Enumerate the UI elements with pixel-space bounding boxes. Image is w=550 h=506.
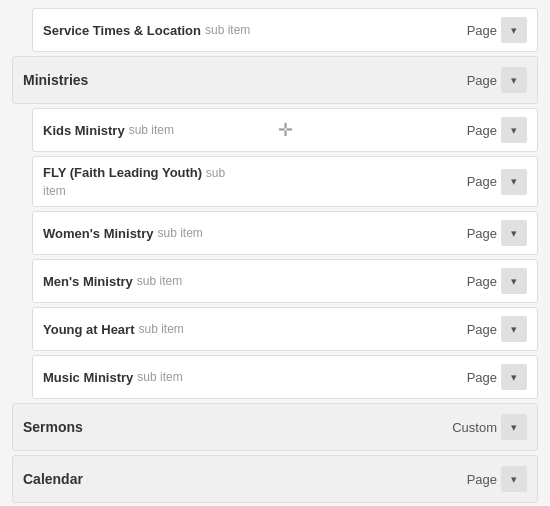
ministries-sub-items: Kids Ministry sub item ✛ Page ▾ FLY (Fai… <box>32 108 538 399</box>
ministries-type: Page <box>467 73 497 88</box>
mens-ministry-type: Page <box>467 274 497 289</box>
womens-ministry-title: Women's Ministry sub item <box>43 226 467 241</box>
womens-ministry-type: Page <box>467 226 497 241</box>
young-at-heart-title: Young at Heart sub item <box>43 322 467 337</box>
kids-ministry-dropdown[interactable]: ▾ <box>501 117 527 143</box>
young-at-heart-dropdown[interactable]: ▾ <box>501 316 527 342</box>
chevron-down-icon: ▾ <box>511 421 517 434</box>
mens-ministry-sub: sub item <box>137 274 182 288</box>
kids-ministry-title: Kids Ministry sub item <box>43 123 467 138</box>
chevron-down-icon: ▾ <box>511 24 517 37</box>
chevron-down-icon: ▾ <box>511 124 517 137</box>
menu-item-service-times: Service Times & Location sub item Page ▾ <box>32 8 538 52</box>
young-at-heart-sub: sub item <box>139 322 184 336</box>
chevron-down-icon: ▾ <box>511 175 517 188</box>
music-ministry-sub: sub item <box>137 370 182 384</box>
menu-item-music-ministry: Music Ministry sub item Page ▾ <box>32 355 538 399</box>
menu-item-kids-ministry: Kids Ministry sub item ✛ Page ▾ <box>32 108 538 152</box>
calendar-type: Page <box>467 472 497 487</box>
calendar-dropdown[interactable]: ▾ <box>501 466 527 492</box>
menu-item-mens-ministry: Men's Ministry sub item Page ▾ <box>32 259 538 303</box>
service-times-sub: sub item <box>205 23 250 37</box>
fly-label: FLY (Faith Leading Youth) sub <box>43 165 225 180</box>
womens-ministry-label: Women's Ministry <box>43 226 153 241</box>
young-at-heart-label: Young at Heart <box>43 322 135 337</box>
menu-item-young-at-heart: Young at Heart sub item Page ▾ <box>32 307 538 351</box>
chevron-down-icon: ▾ <box>511 371 517 384</box>
kids-ministry-label: Kids Ministry <box>43 123 125 138</box>
fly-dropdown[interactable]: ▾ <box>501 169 527 195</box>
menu-list: Service Times & Location sub item Page ▾… <box>0 0 550 506</box>
sermons-dropdown[interactable]: ▾ <box>501 414 527 440</box>
chevron-down-icon: ▾ <box>511 473 517 486</box>
menu-item-womens-ministry: Women's Ministry sub item Page ▾ <box>32 211 538 255</box>
mens-ministry-title: Men's Ministry sub item <box>43 274 467 289</box>
womens-ministry-sub: sub item <box>157 226 202 240</box>
music-ministry-dropdown[interactable]: ▾ <box>501 364 527 390</box>
chevron-down-icon: ▾ <box>511 323 517 336</box>
music-ministry-type: Page <box>467 370 497 385</box>
ministries-dropdown[interactable]: ▾ <box>501 67 527 93</box>
section-sermons: Sermons Custom ▾ <box>12 403 538 451</box>
kids-ministry-sub: sub item <box>129 123 174 137</box>
mens-ministry-label: Men's Ministry <box>43 274 133 289</box>
service-times-title: Service Times & Location sub item <box>43 23 467 38</box>
menu-item-fly: FLY (Faith Leading Youth) sub item Page … <box>32 156 538 207</box>
ministries-title: Ministries <box>23 72 467 88</box>
service-times-type: Page <box>467 23 497 38</box>
fly-sub: sub <box>206 166 225 180</box>
fly-title: FLY (Faith Leading Youth) sub item <box>43 165 467 198</box>
sermons-title: Sermons <box>23 419 452 435</box>
service-times-dropdown[interactable]: ▾ <box>501 17 527 43</box>
calendar-title: Calendar <box>23 471 467 487</box>
drag-handle-icon[interactable]: ✛ <box>278 119 293 141</box>
music-ministry-label: Music Ministry <box>43 370 133 385</box>
mens-ministry-dropdown[interactable]: ▾ <box>501 268 527 294</box>
chevron-down-icon: ▾ <box>511 74 517 87</box>
young-at-heart-type: Page <box>467 322 497 337</box>
kids-ministry-type: Page <box>467 123 497 138</box>
music-ministry-title: Music Ministry sub item <box>43 370 467 385</box>
fly-sub2: item <box>43 184 66 198</box>
section-ministries: Ministries Page ▾ <box>12 56 538 104</box>
section-calendar: Calendar Page ▾ <box>12 455 538 503</box>
sermons-type: Custom <box>452 420 497 435</box>
service-times-label: Service Times & Location <box>43 23 201 38</box>
womens-ministry-dropdown[interactable]: ▾ <box>501 220 527 246</box>
fly-type: Page <box>467 174 497 189</box>
chevron-down-icon: ▾ <box>511 227 517 240</box>
chevron-down-icon: ▾ <box>511 275 517 288</box>
